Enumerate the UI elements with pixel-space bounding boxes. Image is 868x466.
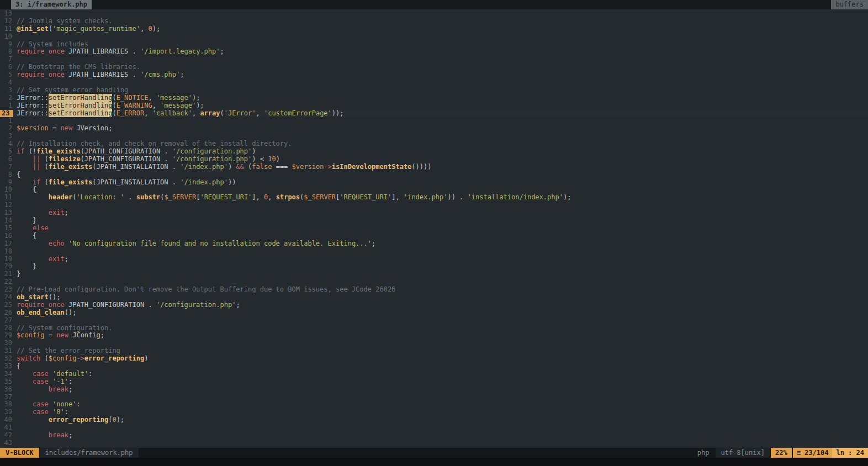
code-line[interactable]: 29$config = new JConfig; — [0, 332, 868, 340]
line-text: case 'none': — [17, 400, 81, 408]
line-number: 27 — [0, 317, 17, 325]
line-number: 36 — [0, 386, 17, 394]
line-text: error_reporting(0); — [17, 416, 124, 423]
line-text: ob_start(); — [17, 293, 60, 301]
line-number: 6 — [0, 63, 17, 71]
code-line[interactable]: 1 — [0, 117, 868, 125]
code-line[interactable]: 26ob_end_clean(); — [0, 309, 868, 317]
code-line[interactable]: 14 } — [0, 217, 868, 225]
statusline-spacer — [139, 448, 692, 458]
code-line[interactable]: 9 if (file_exists(JPATH_INSTALLATION . '… — [0, 179, 868, 187]
code-line[interactable]: 6 || (filesize(JPATH_CONFIGURATION . '/c… — [0, 156, 868, 163]
line-number: 28 — [0, 325, 17, 332]
line-text: else — [17, 224, 49, 232]
code-line[interactable]: 11@ini_set('magic_quotes_runtime', 0); — [0, 25, 868, 33]
code-line[interactable]: 43 — [0, 439, 868, 447]
code-line[interactable]: 12 — [0, 202, 868, 209]
code-line[interactable]: 1JError::setErrorHandling(E_WARNING, 'me… — [0, 102, 868, 110]
line-text: header('Location: ' . substr($_SERVER['R… — [17, 193, 571, 201]
line-text: // Set the error_reporting — [17, 347, 120, 354]
code-line[interactable]: 8require_once JPATH_LIBRARIES . '/import… — [0, 48, 868, 56]
line-number: 42 — [0, 432, 17, 439]
code-line[interactable]: 15 else — [0, 225, 868, 232]
line-text: JError::setErrorHandling(E_ERROR, 'callb… — [17, 109, 344, 117]
code-line[interactable]: 27 — [0, 317, 868, 325]
tab-buffer-framework[interactable]: 3: i/framework.php — [11, 0, 92, 9]
code-line[interactable]: 36 break; — [0, 386, 868, 394]
code-line[interactable]: 23// Pre-Load configuration. Don't remov… — [0, 286, 868, 294]
code-line[interactable]: 20 } — [0, 263, 868, 271]
code-line[interactable]: 33{ — [0, 363, 868, 370]
code-line[interactable]: 10 { — [0, 186, 868, 194]
code-line[interactable]: 6// Bootstrap the CMS libraries. — [0, 63, 868, 71]
code-line[interactable]: 24ob_start(); — [0, 294, 868, 301]
code-area[interactable]: 1312// Joomla system checks.11@ini_set('… — [0, 9, 868, 448]
code-line[interactable]: 31// Set the error_reporting — [0, 347, 868, 355]
line-text: } — [17, 262, 36, 270]
line-number: 32 — [0, 355, 17, 363]
code-line[interactable]: 7 — [0, 56, 868, 63]
line-number: 33 — [0, 363, 17, 370]
line-number: 37 — [0, 394, 17, 401]
code-line[interactable]: 12// Joomla system checks. — [0, 18, 868, 25]
code-line[interactable]: 10 — [0, 33, 868, 41]
code-line[interactable]: 13 — [0, 10, 868, 18]
line-text: { — [17, 186, 36, 193]
code-line[interactable]: 13 exit; — [0, 209, 868, 217]
line-number: 9 — [0, 41, 17, 49]
code-line[interactable]: 34 case 'default': — [0, 370, 868, 378]
line-number: 35 — [0, 378, 17, 386]
code-line[interactable]: 39 case '0': — [0, 409, 868, 416]
code-line[interactable]: 8{ — [0, 171, 868, 179]
code-line[interactable]: 40 error_reporting(0); — [0, 416, 868, 424]
code-line[interactable]: 5if (!file_exists(JPATH_CONFIGURATION . … — [0, 148, 868, 156]
code-line[interactable]: 37 — [0, 394, 868, 401]
line-text: switch ($config->error_reporting) — [17, 354, 148, 362]
code-line[interactable]: 4// Installation check, and check on rem… — [0, 140, 868, 148]
code-line[interactable]: 18 — [0, 248, 868, 256]
code-line[interactable]: 35 case '-1': — [0, 378, 868, 386]
code-line[interactable]: 16 { — [0, 232, 868, 240]
code-line[interactable]: 42 break; — [0, 432, 868, 439]
code-line[interactable]: 19 exit; — [0, 256, 868, 263]
line-number: 7 — [0, 163, 17, 171]
line-number: 12 — [0, 202, 17, 209]
line-text: $version = new JVersion; — [17, 124, 112, 132]
line-number: 1 — [0, 102, 17, 110]
code-line[interactable]: 21} — [0, 271, 868, 278]
code-line[interactable]: 41 — [0, 424, 868, 432]
line-number: 12 — [0, 18, 17, 25]
line-number: 39 — [0, 409, 17, 416]
code-line[interactable]: 5require_once JPATH_LIBRARIES . '/cms.ph… — [0, 71, 868, 79]
code-line[interactable]: 11 header('Location: ' . substr($_SERVER… — [0, 194, 868, 202]
code-line[interactable]: 2JError::setErrorHandling(E_NOTICE, 'mes… — [0, 94, 868, 102]
code-line[interactable]: 17 echo 'No configuration file found and… — [0, 240, 868, 248]
line-text: { — [17, 362, 20, 370]
line-text: break; — [17, 385, 72, 393]
line-number: 2 — [0, 94, 17, 102]
line-text: } — [17, 216, 36, 224]
code-line[interactable]: 28// System configuration. — [0, 325, 868, 332]
line-number: 6 — [0, 156, 17, 163]
line-text: { — [17, 232, 36, 240]
code-line[interactable]: 3 — [0, 133, 868, 140]
mode-indicator: V-BLOCK — [0, 448, 39, 458]
line-number: 25 — [0, 301, 17, 309]
code-line[interactable]: 9// System includes — [0, 41, 868, 49]
code-line[interactable]: 25require_once JPATH_CONFIGURATION . '/c… — [0, 301, 868, 309]
line-number: 19 — [0, 256, 17, 263]
code-line[interactable]: 22 — [0, 278, 868, 286]
code-line[interactable]: 7 || (file_exists(JPATH_INSTALLATION . '… — [0, 163, 868, 171]
code-line-current[interactable]: 23JError::setErrorHandling(E_ERROR, 'cal… — [0, 110, 868, 118]
code-line[interactable]: 4 — [0, 79, 868, 87]
code-line[interactable]: 32switch ($config->error_reporting) — [0, 355, 868, 363]
line-number: 11 — [0, 25, 17, 33]
code-line[interactable]: 2$version = new JVersion; — [0, 125, 868, 133]
filetype-indicator: php — [692, 448, 715, 458]
code-line[interactable]: 38 case 'none': — [0, 401, 868, 409]
line-number: 10 — [0, 186, 17, 194]
line-number: 22 — [0, 278, 17, 286]
code-line[interactable]: 3// Set system error handling — [0, 87, 868, 94]
command-line[interactable] — [0, 458, 868, 466]
code-line[interactable]: 30 — [0, 340, 868, 347]
